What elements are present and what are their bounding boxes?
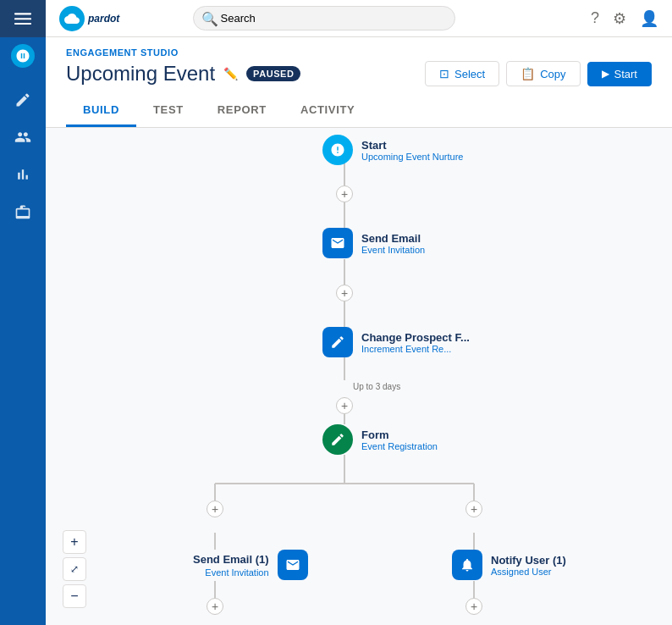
settings-icon[interactable]: ⚙ bbox=[613, 9, 626, 28]
hamburger-menu-icon[interactable] bbox=[0, 0, 46, 37]
form-labels: Form Event Registration bbox=[361, 429, 438, 451]
tab-activity[interactable]: ACTIVITY bbox=[284, 95, 372, 127]
form-sublabel: Event Registration bbox=[361, 441, 438, 451]
chart-icon[interactable] bbox=[0, 156, 46, 193]
send-email-1-label: Send Email (1) bbox=[193, 553, 269, 566]
send-email-label: Send Email bbox=[361, 232, 425, 245]
tab-build[interactable]: BUILD bbox=[66, 95, 136, 127]
main-content: pardot 🔍 ? ⚙ 👤 ENGAGEMENT STUDIO Upcomin… bbox=[46, 0, 672, 625]
svg-rect-0 bbox=[14, 13, 31, 14]
plus-connector-1[interactable]: + bbox=[336, 185, 353, 202]
change-prospect-label: Change Prospect F... bbox=[361, 331, 470, 344]
start-node-label: Start bbox=[361, 139, 463, 152]
send-email-icon bbox=[322, 228, 353, 258]
sidebar bbox=[0, 0, 46, 625]
search-bar: 🔍 bbox=[193, 6, 455, 30]
zoom-controls: + ⤢ − bbox=[63, 530, 86, 608]
copy-icon: 📋 bbox=[521, 67, 535, 80]
page-title: Upcoming Event bbox=[66, 62, 215, 86]
start-node-sublabel: Upcoming Event Nurture bbox=[361, 152, 463, 162]
plus-connector-left-2[interactable]: + bbox=[207, 598, 223, 615]
flow-canvas: Start Upcoming Event Nurture + Send Emai… bbox=[46, 128, 672, 625]
start-node-label-group: Start Upcoming Event Nurture bbox=[361, 139, 463, 162]
notify-user-node[interactable]: Notify User (1) Assigned User bbox=[452, 550, 566, 580]
notify-user-icon bbox=[452, 550, 482, 580]
pencil-icon[interactable] bbox=[0, 81, 46, 119]
svg-rect-1 bbox=[14, 18, 31, 19]
tab-test[interactable]: TEST bbox=[136, 95, 201, 127]
pardot-logo bbox=[0, 37, 46, 75]
search-icon: 🔍 bbox=[201, 10, 218, 26]
send-email-1-sublabel: Event Invitation bbox=[205, 567, 268, 578]
plus-connector-left-1[interactable]: + bbox=[207, 501, 223, 517]
zoom-out-button[interactable]: − bbox=[63, 584, 86, 608]
header-actions: ? ⚙ 👤 bbox=[591, 9, 658, 28]
fit-screen-button[interactable]: ⤢ bbox=[63, 557, 86, 581]
search-input[interactable] bbox=[193, 6, 455, 30]
page-header: ENGAGEMENT STUDIO Upcoming Event ✏️ PAUS… bbox=[46, 37, 672, 128]
days-label-form: Up to 3 days bbox=[353, 382, 400, 391]
page-title-row: Upcoming Event ✏️ PAUSED ⊡ Select 📋 Copy… bbox=[66, 61, 652, 86]
select-button[interactable]: ⊡ Select bbox=[425, 61, 499, 86]
start-icon: ▶ bbox=[602, 68, 609, 80]
tab-report[interactable]: REPORT bbox=[201, 95, 284, 127]
send-email-1-labels: Send Email (1) Event Invitation bbox=[193, 553, 269, 578]
form-label: Form bbox=[361, 429, 438, 441]
select-icon: ⊡ bbox=[439, 67, 449, 80]
flow-svg bbox=[46, 128, 672, 625]
briefcase-icon[interactable] bbox=[0, 193, 46, 230]
tabs-nav: BUILD TEST REPORT ACTIVITY bbox=[66, 95, 652, 127]
send-email-node[interactable]: Send Email Event Invitation bbox=[322, 228, 425, 258]
help-icon[interactable]: ? bbox=[591, 9, 599, 27]
form-node-icon bbox=[322, 424, 353, 455]
plus-connector-right-1[interactable]: + bbox=[465, 501, 482, 517]
change-prospect-labels: Change Prospect F... Increment Event Re.… bbox=[361, 331, 470, 354]
notify-user-label: Notify User (1) bbox=[491, 554, 566, 567]
change-prospect-icon bbox=[322, 327, 353, 357]
top-header: pardot 🔍 ? ⚙ 👤 bbox=[46, 0, 672, 37]
form-node[interactable]: Form Event Registration bbox=[322, 424, 438, 455]
logo-text: pardot bbox=[88, 13, 119, 25]
send-email-1-icon bbox=[278, 550, 308, 580]
send-email-1-node[interactable]: Send Email (1) Event Invitation bbox=[193, 550, 308, 580]
send-email-sublabel: Event Invitation bbox=[361, 245, 425, 255]
user-icon[interactable]: 👤 bbox=[640, 9, 658, 28]
select-label: Select bbox=[454, 68, 485, 80]
svg-rect-2 bbox=[14, 23, 31, 25]
send-email-labels: Send Email Event Invitation bbox=[361, 232, 425, 255]
logo-cloud-icon bbox=[59, 6, 85, 31]
breadcrumb: ENGAGEMENT STUDIO bbox=[66, 47, 652, 58]
change-prospect-sublabel: Increment Event Re... bbox=[361, 344, 470, 354]
change-prospect-node[interactable]: Change Prospect F... Increment Event Re.… bbox=[322, 327, 470, 357]
plus-connector-2[interactable]: + bbox=[336, 285, 353, 301]
start-node-icon bbox=[322, 135, 353, 165]
app-logo: pardot bbox=[59, 6, 119, 31]
plus-connector-3[interactable]: + bbox=[336, 397, 353, 414]
zoom-in-button[interactable]: + bbox=[63, 530, 86, 554]
status-badge: PAUSED bbox=[246, 66, 300, 81]
notify-user-sublabel: Assigned User bbox=[491, 567, 566, 577]
users-icon[interactable] bbox=[0, 119, 46, 156]
start-node[interactable]: Start Upcoming Event Nurture bbox=[322, 135, 463, 165]
edit-title-button[interactable]: ✏️ bbox=[223, 67, 238, 80]
copy-button[interactable]: 📋 Copy bbox=[506, 61, 580, 86]
sidebar-logo-area bbox=[0, 0, 46, 37]
copy-label: Copy bbox=[540, 68, 565, 80]
notify-user-labels: Notify User (1) Assigned User bbox=[491, 554, 566, 577]
start-button[interactable]: ▶ Start bbox=[587, 62, 652, 86]
plus-connector-right-2[interactable]: + bbox=[465, 598, 482, 615]
start-label: Start bbox=[614, 68, 637, 80]
